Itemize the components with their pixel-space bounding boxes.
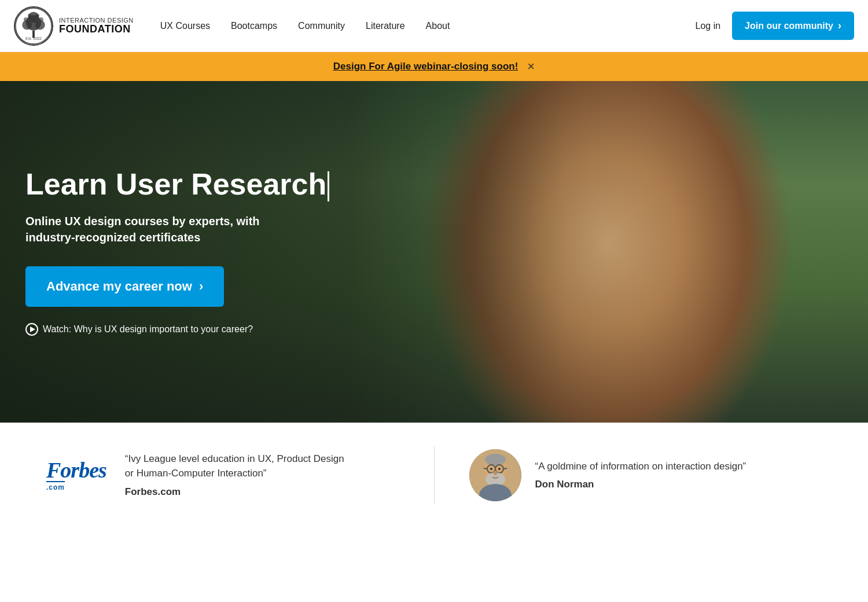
- svg-line-17: [484, 468, 487, 469]
- svg-point-21: [490, 468, 492, 470]
- logo-text: INTERACTION DESIGN FOUNDATION: [59, 17, 134, 35]
- close-icon[interactable]: ×: [527, 60, 535, 73]
- svg-line-18: [503, 468, 507, 469]
- chevron-right-icon: ›: [199, 279, 203, 294]
- watch-video-link[interactable]: Watch: Why is UX design important to you…: [25, 323, 338, 336]
- forbes-quote: “Ivy League level education in UX, Produ…: [125, 452, 345, 500]
- main-nav: UX Courses Bootcamps Community Literatur…: [152, 16, 677, 36]
- svg-point-8: [28, 13, 32, 17]
- svg-point-6: [24, 17, 28, 21]
- nav-bootcamps[interactable]: Bootcamps: [223, 16, 285, 36]
- avatar: [469, 449, 521, 501]
- forbes-logo: Forbes .com: [46, 459, 106, 491]
- svg-text:Est. 2002: Est. 2002: [25, 36, 42, 41]
- don-norman-testimonial: “A goldmine of information on interactio…: [469, 449, 822, 501]
- header-right: Log in Join our community ›: [696, 12, 855, 40]
- testimonial-divider: [434, 446, 435, 504]
- forbes-com: .com: [46, 481, 65, 491]
- nav-ux-courses[interactable]: UX Courses: [152, 16, 218, 36]
- header: Est. 2002 INTERACTION DESIGN FOUNDATION …: [0, 0, 868, 52]
- hero-content: Learn User Research Online UX design cou…: [14, 81, 350, 423]
- testimonials-section: Forbes .com “Ivy League level education …: [0, 423, 868, 527]
- svg-point-9: [35, 13, 39, 17]
- text-cursor: [328, 171, 329, 201]
- forbes-testimonial: Forbes .com “Ivy League level education …: [46, 452, 399, 500]
- svg-point-7: [39, 17, 43, 21]
- hero-section: Learn User Research Online UX design cou…: [0, 81, 868, 423]
- don-norman-quote: “A goldmine of information on interactio…: [535, 459, 746, 492]
- join-community-button[interactable]: Join our community ›: [732, 12, 854, 40]
- svg-point-13: [485, 454, 506, 465]
- announcement-banner: Design For Agile webinar-closing soon! ×: [0, 52, 868, 81]
- nav-community[interactable]: Community: [290, 16, 353, 36]
- hero-title: Learn User Research: [25, 168, 338, 201]
- chevron-right-icon: ›: [838, 20, 841, 32]
- play-icon: [25, 323, 38, 336]
- nav-about[interactable]: About: [418, 16, 458, 36]
- announcement-link[interactable]: Design For Agile webinar-closing soon!: [333, 61, 518, 72]
- logo-icon: Est. 2002: [14, 6, 53, 46]
- hero-subtitle: Online UX design courses by experts, wit…: [25, 213, 303, 245]
- play-triangle: [30, 326, 35, 332]
- svg-point-22: [498, 468, 501, 470]
- forbes-name: Forbes: [46, 459, 106, 481]
- login-link[interactable]: Log in: [696, 21, 721, 31]
- advance-career-button[interactable]: Advance my career now ›: [25, 266, 224, 307]
- nav-literature[interactable]: Literature: [358, 16, 413, 36]
- logo[interactable]: Est. 2002 INTERACTION DESIGN FOUNDATION: [14, 6, 134, 46]
- svg-point-23: [494, 471, 497, 475]
